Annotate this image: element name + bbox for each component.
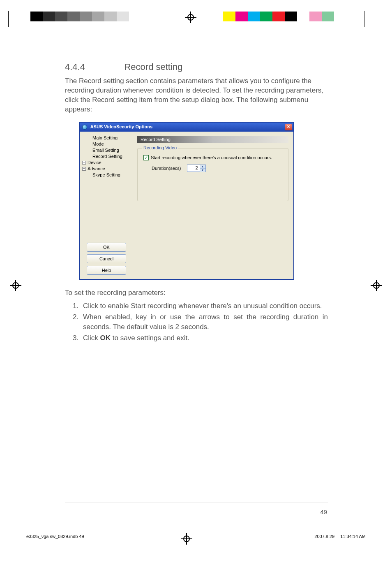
help-button[interactable]: Help [87,266,126,275]
registration-mark [371,280,382,291]
color-swatch [248,12,260,21]
tree-branch-icon [87,173,91,177]
tree-item[interactable]: Mode [82,141,131,147]
tree-item-label: Main Setting [92,135,118,140]
color-swatch [285,12,297,21]
tree-item[interactable]: +Advance [82,166,131,172]
color-swatch [235,12,248,21]
titlebar[interactable]: ASUS VideoSecurity Options × [80,123,293,132]
crop-mark [354,20,364,20]
spinner-down-icon[interactable]: ▼ [200,168,205,172]
color-swatch [223,12,235,21]
steps-intro: To set the recording parameters: [65,289,328,297]
color-swatch [80,12,92,21]
list-item: Click to enable Start recording whenever… [81,301,328,311]
tree-item-label: Email Setting [92,148,119,153]
app-icon [82,125,87,130]
color-swatch [334,12,346,21]
tree-branch-icon [87,142,91,146]
intro-paragraph: The Record setting section contains para… [65,77,328,114]
footer-time: 11:34:14 AM [340,534,366,539]
content-panel: Record Setting Recording Video ✓ Start r… [132,132,293,279]
duration-label: Duration(secs) [152,166,181,171]
tree-item-label: Mode [92,142,104,146]
checkbox-label: Start recording whenever there's a unusu… [151,155,272,160]
color-swatch [92,12,104,21]
footer-date: 2007.8.29 [314,534,334,539]
tree-branch-icon [87,155,91,158]
tree-branch-icon [87,136,91,140]
page-content: 4.4.4 Record setting The Record setting … [65,62,328,345]
bold-text: OK [100,334,111,342]
options-dialog: ASUS VideoSecurity Options × Main Settin… [79,122,294,280]
expand-icon[interactable]: + [82,161,86,165]
color-swatch [129,12,141,21]
start-recording-checkbox[interactable]: ✓ [143,155,149,160]
tree-item[interactable]: +Device [82,160,131,166]
spinner-up-icon[interactable]: ▲ [200,165,205,168]
window-title: ASUS VideoSecurity Options [90,124,152,129]
panel-header: Record Setting [137,136,288,143]
color-swatch [297,12,309,21]
nav-tree: Main SettingModeEmail SettingRecord Sett… [82,135,131,178]
group-legend: Recording Video [142,145,178,150]
color-swatch [117,12,129,21]
crop-mark [8,11,9,27]
color-swatch [43,12,55,21]
duration-spinner[interactable]: 2 ▲ ▼ [187,165,206,172]
color-swatch [322,12,334,21]
registration-mark [185,12,196,23]
tree-item[interactable]: Record Setting [82,153,131,160]
tree-item[interactable]: Skype Setting [82,172,131,178]
recording-video-group: Recording Video ✓ Start recording whenev… [137,148,288,201]
cancel-button[interactable]: Cancel [87,254,126,263]
footer-filename: e3325_vga sw_0829.indb 49 [26,534,84,539]
color-swatch [141,12,154,21]
ok-button[interactable]: OK [87,243,126,252]
expand-icon[interactable]: + [82,167,86,171]
list-item: When enabled, key in or use the arrows t… [81,312,328,332]
section-heading: 4.4.4 Record setting [65,62,328,72]
list-item: Click OK to save settings and exit. [81,333,328,343]
tree-item-label: Record Setting [92,154,122,159]
color-swatch [104,12,117,21]
section-title: Record setting [124,62,182,72]
color-swatch [55,12,67,21]
tree-branch-icon [87,148,91,152]
color-swatch [260,12,272,21]
tree-item-label: Device [88,160,101,165]
sidebar: Main SettingModeEmail SettingRecord Sett… [80,132,132,279]
tree-item-label: Skype Setting [92,172,120,177]
color-bar-left [30,12,154,21]
close-button[interactable]: × [285,124,292,130]
tree-item[interactable]: Main Setting [82,135,131,141]
page-number: 49 [320,508,327,515]
registration-mark [10,280,21,291]
crop-mark [364,11,364,27]
color-swatch [272,12,285,21]
tree-item[interactable]: Email Setting [82,147,131,153]
footer-rule [65,503,328,503]
duration-value[interactable]: 2 [187,165,200,172]
print-footer: e3325_vga sw_0829.indb 49 2007.8.29 11:3… [26,534,366,539]
steps-list: Click to enable Start recording whenever… [65,301,328,343]
tree-item-label: Advance [88,166,105,171]
color-swatch [309,12,322,21]
color-swatch [67,12,80,21]
color-bar-right [223,12,346,21]
crop-mark [18,20,28,20]
color-swatch [30,12,43,21]
section-number: 4.4.4 [65,62,122,72]
